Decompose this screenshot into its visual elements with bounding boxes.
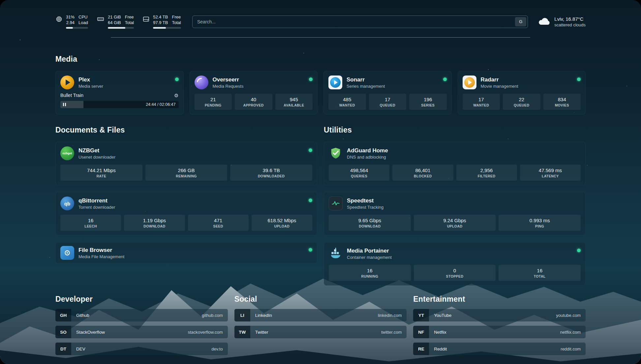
search-bar: G bbox=[192, 15, 528, 28]
sonarr-icon bbox=[328, 76, 342, 89]
stat-stopped: 0 STOPPED bbox=[414, 265, 496, 281]
nzbget-icon: nzbget bbox=[60, 146, 74, 160]
status-dot bbox=[577, 249, 581, 252]
card-radarr[interactable]: Radarr Movie management 17 WANTED 22 QUE… bbox=[458, 71, 586, 114]
cpu-progress-bar bbox=[66, 27, 88, 29]
stat-wanted: 485 WANTED bbox=[328, 94, 366, 110]
stat-queued: 17 QUEUED bbox=[369, 94, 407, 110]
card-plex[interactable]: Plex Media server Bullet Train ⚙ 24:44 /… bbox=[55, 71, 184, 114]
search-input[interactable] bbox=[193, 16, 528, 28]
cpu-icon bbox=[55, 15, 63, 29]
memory-widget: 21 GiB Free 64 GiB Total bbox=[97, 15, 134, 29]
bookmark-youtube[interactable]: YT YouTube youtube.com bbox=[413, 309, 586, 321]
memory-total-label: Total bbox=[125, 20, 134, 25]
status-dot bbox=[443, 77, 447, 81]
stat-queued: 22 QUEUED bbox=[503, 94, 540, 110]
now-playing-title: Bullet Train bbox=[60, 93, 83, 98]
card-speedtest[interactable]: Speedtest Speedtest Tracking 9.65 Gbps D… bbox=[324, 192, 586, 235]
disk-total-label: Total bbox=[172, 20, 181, 25]
card-portainer[interactable]: Media Portainer Container management 16 … bbox=[324, 242, 586, 286]
stat-available: 945 AVAILABLE bbox=[275, 94, 313, 110]
stat-filtered: 2,956 FILTERED bbox=[456, 165, 517, 181]
card-overseerr[interactable]: Overseerr Media Requests 21 PENDING 40 A… bbox=[190, 71, 318, 114]
memory-progress-bar bbox=[108, 27, 134, 29]
pause-icon bbox=[63, 103, 66, 106]
memory-free-value: 21 GiB bbox=[108, 15, 121, 20]
section-developer: Developer GH Github github.com SO StackO… bbox=[55, 295, 228, 355]
disk-total-value: 97.9 TB bbox=[153, 20, 168, 25]
status-dot bbox=[175, 77, 179, 81]
stat-series: 196 SERIES bbox=[409, 94, 447, 110]
stat-remaining: 266 GB REMAINING bbox=[145, 165, 228, 181]
plex-icon bbox=[60, 76, 74, 89]
cpu-widget: 31% CPU 2.94 Load bbox=[55, 15, 88, 29]
stat-total: 16 TOTAL bbox=[499, 265, 581, 281]
stat-ping: 0.993 ms PING bbox=[499, 215, 581, 231]
radarr-icon bbox=[463, 76, 476, 89]
cpu-label: CPU bbox=[78, 15, 88, 20]
memory-free-label: Free bbox=[125, 15, 134, 20]
section-utilities: Utilities AdGu bbox=[324, 126, 586, 286]
cpu-load-label: Load bbox=[78, 20, 88, 25]
status-dot bbox=[309, 77, 313, 81]
card-qbittorrent[interactable]: qb qBittorrent Torrent downloader 16 LEE… bbox=[55, 192, 317, 235]
stat-blocked: 86,401 BLOCKED bbox=[392, 165, 453, 181]
weather-widget: Lviv, 16.87°C scattered clouds bbox=[538, 16, 586, 27]
bookmark-github[interactable]: GH Github github.com bbox=[55, 309, 228, 321]
memory-total-value: 64 GiB bbox=[108, 20, 121, 25]
stat-download: 9.65 Gbps DOWNLOAD bbox=[329, 215, 411, 231]
adguard-icon bbox=[329, 146, 343, 160]
cloud-icon bbox=[538, 16, 550, 27]
qbittorrent-icon: qb bbox=[60, 197, 74, 210]
bookmark-dev[interactable]: DT DEV dev.to bbox=[55, 343, 228, 355]
card-filebrowser[interactable]: File Browser Media File Management bbox=[55, 242, 317, 264]
overseerr-icon bbox=[195, 76, 208, 89]
stat-movies: 834 MOVIES bbox=[543, 94, 581, 110]
disk-free-value: 52.4 TB bbox=[153, 15, 168, 20]
stat-wanted: 17 WANTED bbox=[463, 94, 500, 110]
section-title-media: Media bbox=[55, 55, 586, 64]
weather-condition: scattered clouds bbox=[554, 22, 586, 27]
card-nzbget[interactable]: nzbget NZBGet Usenet downloader 744.21 M… bbox=[55, 142, 317, 185]
section-documents: Documents & Files nzbget NZBGet Usenet d… bbox=[55, 126, 317, 286]
stat-upload: 9.24 Gbps UPLOAD bbox=[414, 215, 496, 231]
card-adguard[interactable]: AdGuard Home DNS and adblocking 498,564 … bbox=[324, 142, 586, 185]
stat-seed: 471 SEED bbox=[188, 215, 249, 231]
cpu-load-value: 2.94 bbox=[66, 20, 75, 25]
stat-running: 16 RUNNING bbox=[329, 265, 411, 281]
section-title-entertainment: Entertainment bbox=[413, 295, 586, 304]
stat-pending: 21 PENDING bbox=[195, 94, 232, 110]
settings-gear-icon[interactable]: ⚙ bbox=[174, 93, 178, 98]
bookmark-linkedin[interactable]: LI LinkedIn linkedin.com bbox=[234, 309, 407, 321]
playback-progress-bar[interactable]: 24:44 / 02:06:47 bbox=[60, 101, 179, 108]
bookmark-reddit[interactable]: RE Reddit reddit.com bbox=[413, 343, 586, 355]
status-dot bbox=[577, 77, 581, 81]
search-provider-button[interactable]: G bbox=[515, 17, 526, 26]
stat-latency: 47.569 ms LATENCY bbox=[520, 165, 581, 181]
header-divider bbox=[111, 37, 530, 38]
card-sonarr[interactable]: Sonarr Series management 485 WANTED 17 Q… bbox=[323, 71, 452, 114]
disk-progress-bar bbox=[153, 27, 181, 29]
bookmark-stackoverflow[interactable]: SO StackOverflow stackoverflow.com bbox=[55, 326, 228, 338]
section-title-developer: Developer bbox=[55, 295, 228, 304]
memory-icon bbox=[97, 15, 105, 29]
stat-downloaded: 39.6 TB DOWNLOADED bbox=[230, 165, 312, 181]
speedtest-icon bbox=[329, 197, 343, 210]
section-title-social: Social bbox=[234, 295, 407, 304]
bookmark-twitter[interactable]: TW Twitter twitter.com bbox=[234, 326, 407, 338]
cpu-percent: 31% bbox=[66, 15, 75, 20]
stat-upload: 618.52 Mbps UPLOAD bbox=[252, 215, 312, 231]
status-dot bbox=[309, 198, 312, 202]
playback-time: 24:44 / 02:06:47 bbox=[146, 102, 175, 107]
stat-download: 1.19 Gbps DOWNLOAD bbox=[124, 215, 185, 231]
dashboard-page: 31% CPU 2.94 Load 21 bbox=[0, 0, 641, 364]
stat-approved: 40 APPROVED bbox=[235, 94, 272, 110]
section-entertainment: Entertainment YT YouTube youtube.com NF … bbox=[413, 295, 586, 355]
status-dot bbox=[309, 148, 312, 152]
disk-icon bbox=[142, 15, 150, 29]
weather-location: Lviv, 16.87°C bbox=[554, 16, 586, 22]
section-media: Media Plex Media server Bullet Train ⚙ bbox=[55, 55, 586, 114]
section-title-documents: Documents & Files bbox=[55, 126, 317, 135]
bookmark-netflix[interactable]: NF Netflix netflix.com bbox=[413, 326, 586, 338]
disk-widget: 52.4 TB Free 97.9 TB Total bbox=[142, 15, 181, 29]
